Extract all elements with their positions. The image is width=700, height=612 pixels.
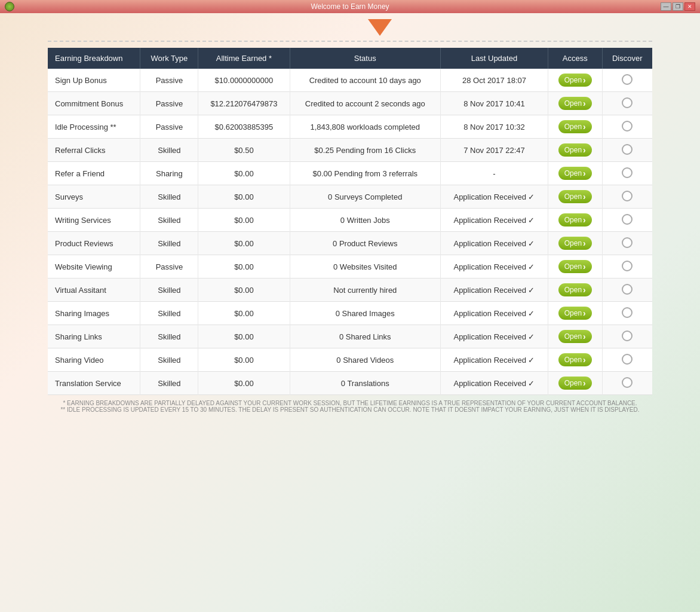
cell-discover bbox=[602, 279, 652, 302]
cell-name: Translation Service bbox=[48, 372, 140, 395]
open-button[interactable]: Open bbox=[558, 330, 592, 343]
cell-access: Open bbox=[548, 162, 602, 185]
cell-earned: $0.00 bbox=[198, 255, 290, 279]
table-row: Virtual AssitantSkilled$0.00Not currentl… bbox=[48, 279, 652, 302]
cell-discover bbox=[602, 255, 652, 279]
cell-work-type: Passive bbox=[140, 255, 198, 279]
cell-work-type: Skilled bbox=[140, 348, 198, 372]
cell-work-type: Passive bbox=[140, 115, 198, 139]
cell-discover bbox=[602, 162, 652, 185]
discover-radio[interactable] bbox=[622, 121, 633, 131]
open-button[interactable]: Open bbox=[558, 213, 592, 227]
minimize-button[interactable]: — bbox=[661, 2, 671, 11]
discover-radio[interactable] bbox=[622, 191, 633, 201]
table-row: Sharing LinksSkilled$0.000 Shared LinksA… bbox=[48, 325, 652, 348]
window-title: Welcome to Earn Money bbox=[311, 2, 389, 11]
discover-radio[interactable] bbox=[622, 307, 633, 318]
cell-discover bbox=[602, 232, 652, 255]
col-header-work-type: Work Type bbox=[140, 48, 198, 69]
table-row: Product ReviewsSkilled$0.000 Product Rev… bbox=[48, 232, 652, 255]
cell-earned: $12.212076479873 bbox=[198, 92, 290, 115]
footnotes: * EARNING BREAKDOWNS ARE PARTIALLY DELAY… bbox=[48, 395, 652, 418]
cell-status: Credited to account 2 seconds ago bbox=[290, 92, 441, 115]
open-button[interactable]: Open bbox=[558, 307, 592, 320]
footnote-1: * EARNING BREAKDOWNS ARE PARTIALLY DELAY… bbox=[48, 400, 652, 406]
cell-discover bbox=[602, 115, 652, 139]
cell-earned: $10.0000000000 bbox=[198, 69, 290, 92]
table-row: Translation ServiceSkilled$0.000 Transla… bbox=[48, 372, 652, 395]
cell-name: Website Viewing bbox=[48, 255, 140, 279]
cell-earned: $0.00 bbox=[198, 185, 290, 209]
cell-name: Refer a Friend bbox=[48, 162, 140, 185]
cell-access: Open bbox=[548, 185, 602, 209]
cell-discover bbox=[602, 185, 652, 209]
discover-radio[interactable] bbox=[622, 261, 633, 271]
cell-earned: $0.00 bbox=[198, 232, 290, 255]
open-button[interactable]: Open bbox=[558, 353, 592, 366]
open-button[interactable]: Open bbox=[558, 74, 592, 87]
discover-radio[interactable] bbox=[622, 354, 633, 365]
open-button[interactable]: Open bbox=[558, 167, 592, 180]
open-button[interactable]: Open bbox=[558, 97, 592, 110]
discover-radio[interactable] bbox=[622, 284, 633, 295]
title-bar: Welcome to Earn Money — ❐ ✕ bbox=[0, 0, 700, 13]
open-button[interactable]: Open bbox=[558, 237, 592, 250]
cell-status: 0 Translations bbox=[290, 372, 441, 395]
cell-earned: $0.00 bbox=[198, 372, 290, 395]
open-button[interactable]: Open bbox=[558, 190, 592, 203]
cell-access: Open bbox=[548, 232, 602, 255]
cell-name: Surveys bbox=[48, 185, 140, 209]
open-button[interactable]: Open bbox=[558, 260, 592, 273]
restore-button[interactable]: ❐ bbox=[673, 2, 683, 11]
window-controls: — ❐ ✕ bbox=[661, 2, 695, 11]
table-row: SurveysSkilled$0.000 Surveys CompletedAp… bbox=[48, 185, 652, 209]
col-header-status: Status bbox=[290, 48, 441, 69]
discover-radio[interactable] bbox=[622, 97, 633, 108]
cell-access: Open bbox=[548, 139, 602, 162]
cell-work-type: Skilled bbox=[140, 279, 198, 302]
table-row: Sign Up BonusPassive$10.0000000000Credit… bbox=[48, 69, 652, 92]
cell-earned: $0.50 bbox=[198, 139, 290, 162]
cell-work-type: Skilled bbox=[140, 302, 198, 325]
discover-radio[interactable] bbox=[622, 144, 633, 155]
discover-radio[interactable] bbox=[622, 167, 633, 178]
cell-status: 0 Product Reviews bbox=[290, 232, 441, 255]
col-header-access: Access bbox=[548, 48, 602, 69]
cell-access: Open bbox=[548, 255, 602, 279]
cell-status: Not currently hired bbox=[290, 279, 441, 302]
cell-earned: $0.00 bbox=[198, 209, 290, 232]
discover-radio[interactable] bbox=[622, 331, 633, 341]
cell-last-updated: 7 Nov 2017 22:47 bbox=[441, 139, 548, 162]
cell-work-type: Skilled bbox=[140, 325, 198, 348]
open-button[interactable]: Open bbox=[558, 377, 592, 390]
cell-discover bbox=[602, 302, 652, 325]
discover-radio[interactable] bbox=[622, 214, 633, 225]
cell-name: Sharing Images bbox=[48, 302, 140, 325]
app-icon bbox=[5, 2, 14, 11]
open-button[interactable]: Open bbox=[558, 143, 592, 157]
close-button[interactable]: ✕ bbox=[684, 2, 695, 11]
open-button[interactable]: Open bbox=[558, 283, 592, 296]
cell-work-type: Skilled bbox=[140, 185, 198, 209]
open-button[interactable]: Open bbox=[558, 120, 592, 133]
discover-radio[interactable] bbox=[622, 237, 633, 248]
col-header-earning-breakdown: Earning Breakdown bbox=[48, 48, 140, 69]
cell-access: Open bbox=[548, 115, 602, 139]
cell-last-updated: 8 Nov 2017 10:41 bbox=[441, 92, 548, 115]
cell-name: Commitment Bonus bbox=[48, 92, 140, 115]
cell-name: Product Reviews bbox=[48, 232, 140, 255]
cell-access: Open bbox=[548, 348, 602, 372]
cell-status: Credited to account 10 days ago bbox=[290, 69, 441, 92]
cell-access: Open bbox=[548, 372, 602, 395]
cell-name: Writing Services bbox=[48, 209, 140, 232]
discover-radio[interactable] bbox=[622, 74, 633, 85]
cell-access: Open bbox=[548, 279, 602, 302]
col-header-discover: Discover bbox=[602, 48, 652, 69]
cell-work-type: Skilled bbox=[140, 372, 198, 395]
cell-access: Open bbox=[548, 209, 602, 232]
cell-last-updated: Application Received ✓ bbox=[441, 325, 548, 348]
earning-breakdown-table: Earning Breakdown Work Type Alltime Earn… bbox=[48, 48, 652, 395]
table-row: Writing ServicesSkilled$0.000 Written Jo… bbox=[48, 209, 652, 232]
cell-access: Open bbox=[548, 302, 602, 325]
discover-radio[interactable] bbox=[622, 377, 633, 388]
